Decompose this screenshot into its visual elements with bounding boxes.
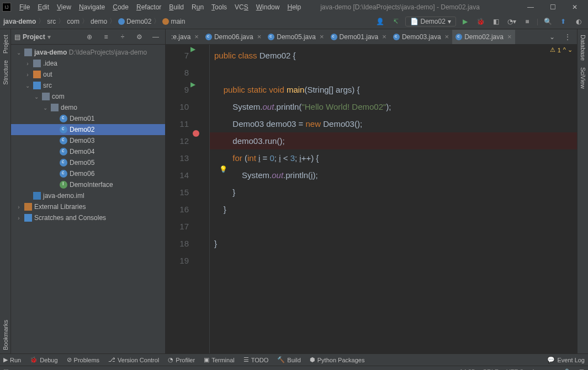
right-tool-strip: Database SciView <box>577 29 588 353</box>
inspection-widget[interactable]: ⚠ 1 ^ ⌄ <box>550 46 573 53</box>
tabs-dropdown-icon[interactable]: ⌄ <box>546 31 558 43</box>
tab-sciview[interactable]: SciView <box>579 64 587 92</box>
run-gutter-icon[interactable]: ▶ <box>190 45 195 53</box>
menu-help[interactable]: Help <box>283 3 305 11</box>
bot-build[interactable]: 🔨 Build <box>277 356 300 363</box>
tab-demo01[interactable]: Demo01.java× <box>327 30 390 44</box>
tree-src[interactable]: ⌄src <box>11 80 165 91</box>
update-button[interactable]: ⬆ <box>557 15 569 28</box>
class-icon <box>60 159 67 167</box>
tab-database[interactable]: Database <box>579 31 587 64</box>
crumb-method[interactable]: main <box>171 18 185 25</box>
close-tab-icon[interactable]: × <box>382 33 386 41</box>
tree-demo[interactable]: ⌄demo <box>11 102 165 113</box>
build-icon[interactable]: ↸ <box>390 15 402 28</box>
tree-file-demo04[interactable]: Demo04 <box>11 146 165 157</box>
tab-structure[interactable]: Structure <box>1 57 10 88</box>
tree-out[interactable]: ›out <box>11 69 165 80</box>
stop-button[interactable]: ■ <box>521 15 533 28</box>
crumb-project[interactable]: java-demo <box>3 18 36 25</box>
menu-build[interactable]: Build <box>165 3 188 11</box>
tab-demo05[interactable]: Demo05.java× <box>264 30 327 44</box>
bot-todo[interactable]: ☰ TODO <box>243 356 269 363</box>
tab-demo06[interactable]: Demo06.java× <box>202 30 264 44</box>
menu-view[interactable]: View <box>53 3 75 11</box>
tree-iml[interactable]: java-demo.iml <box>11 190 165 201</box>
run-config-selector[interactable]: 📄 Demo02 ▾ <box>405 17 456 26</box>
tree-file-demointerface[interactable]: DemoInterface <box>11 179 165 190</box>
breadcrumb[interactable]: java-demo 〉src 〉com 〉demo 〉Demo02 〉main <box>3 17 185 26</box>
close-tab-icon[interactable]: × <box>445 33 449 41</box>
tree-file-demo06[interactable]: Demo06 <box>11 168 165 179</box>
crumb-class[interactable]: Demo02 <box>126 18 151 25</box>
tree-file-demo03[interactable]: Demo03 <box>11 135 165 146</box>
class-icon <box>60 126 67 133</box>
bot-vcs[interactable]: ⎇ Version Control <box>108 356 159 363</box>
bot-run[interactable]: ▶ Run <box>3 356 21 363</box>
coverage-button[interactable]: ◧ <box>490 15 502 28</box>
menu-navigate[interactable]: Navigate <box>75 3 109 11</box>
ide-settings-icon[interactable]: ◐ <box>573 15 585 28</box>
project-panel-title[interactable]: Project <box>23 33 45 41</box>
tab-bookmarks[interactable]: Bookmarks <box>1 317 10 353</box>
search-button[interactable]: 🔍 <box>542 15 554 28</box>
chevron-down-icon[interactable]: ▾ <box>47 33 51 41</box>
run-gutter-icon[interactable]: ▶ <box>190 81 195 88</box>
tree-file-demo01[interactable]: Demo01 <box>11 113 165 124</box>
close-tab-icon[interactable]: × <box>257 33 262 41</box>
minimize-button[interactable]: — <box>520 0 542 14</box>
settings-icon[interactable]: ⚙ <box>133 31 145 43</box>
profile-button[interactable]: ◔▾ <box>506 15 518 28</box>
expand-all-icon[interactable]: ≡ <box>100 31 112 43</box>
project-tree[interactable]: ⌄java-demo D:\IdeaProjects\java-demo ›.i… <box>11 45 165 353</box>
tab-truncated[interactable]: :e.java× <box>168 30 202 44</box>
debug-button[interactable]: 🐞 <box>475 15 487 28</box>
tree-file-demo02[interactable]: Demo02 <box>11 124 165 135</box>
tree-root[interactable]: ⌄java-demo D:\IdeaProjects\java-demo <box>11 47 165 58</box>
breakpoint-icon[interactable] <box>193 130 199 137</box>
editor: :e.java× Demo06.java× Demo05.java× Demo0… <box>166 29 577 353</box>
close-button[interactable]: ✕ <box>564 0 586 14</box>
bot-debug[interactable]: 🐞 Debug <box>30 356 57 363</box>
code-text[interactable]: public class Demo02 { public static void… <box>210 45 577 353</box>
tree-com[interactable]: ⌄com <box>11 91 165 102</box>
crumb-sub[interactable]: demo <box>91 18 107 25</box>
bot-terminal[interactable]: ▣ Terminal <box>204 356 235 363</box>
collapse-all-icon[interactable]: ÷ <box>116 31 129 43</box>
gutter-icons[interactable] <box>193 45 210 353</box>
menu-vcs[interactable]: VCS <box>231 3 252 11</box>
menu-window[interactable]: Window <box>252 3 284 11</box>
close-tab-icon[interactable]: × <box>320 33 324 41</box>
gutter[interactable]: 78910111213141516171819 <box>166 45 193 353</box>
tab-demo03[interactable]: Demo03.java× <box>390 30 452 44</box>
hide-panel-icon[interactable]: — <box>150 31 162 43</box>
close-tab-icon[interactable]: × <box>194 33 199 41</box>
status-bar: ☐ All files are up-to-date (a minute ago… <box>0 366 588 370</box>
code-area[interactable]: 78910111213141516171819 public class Dem… <box>166 45 577 353</box>
menu-refactor[interactable]: Refactor <box>133 3 165 11</box>
tree-file-demo05[interactable]: Demo05 <box>11 157 165 168</box>
menu-file[interactable]: File <box>15 3 34 11</box>
crumb-pkg[interactable]: com <box>67 18 80 25</box>
tabs-more-icon[interactable]: ⋮ <box>561 31 574 43</box>
maximize-button[interactable]: ☐ <box>542 0 564 14</box>
bot-problems[interactable]: ⊘ Problems <box>67 356 99 363</box>
run-button[interactable]: ▶ <box>459 15 472 28</box>
menu-code[interactable]: Code <box>109 3 133 11</box>
tree-external-libs[interactable]: ›External Libraries <box>11 201 165 212</box>
menu-tools[interactable]: Tools <box>208 3 231 11</box>
close-tab-icon[interactable]: × <box>507 33 512 41</box>
tab-project[interactable]: Project <box>1 31 10 57</box>
crumb-src[interactable]: src <box>47 18 56 25</box>
intention-bulb-icon[interactable]: 💡 <box>219 165 227 173</box>
tree-idea[interactable]: ›.idea <box>11 58 165 69</box>
tab-demo02[interactable]: Demo02.java× <box>452 30 515 44</box>
bot-profiler[interactable]: ◔ Profiler <box>168 356 195 363</box>
tree-scratches[interactable]: ›Scratches and Consoles <box>11 212 165 223</box>
menu-run[interactable]: Run <box>188 3 208 11</box>
select-opened-icon[interactable]: ⊕ <box>83 31 96 43</box>
bot-python[interactable]: ⬢ Python Packages <box>310 356 365 363</box>
bot-eventlog[interactable]: 💬 Event Log <box>547 356 585 363</box>
add-user-icon[interactable]: 👤 <box>374 15 386 28</box>
menu-edit[interactable]: Edit <box>34 3 53 11</box>
